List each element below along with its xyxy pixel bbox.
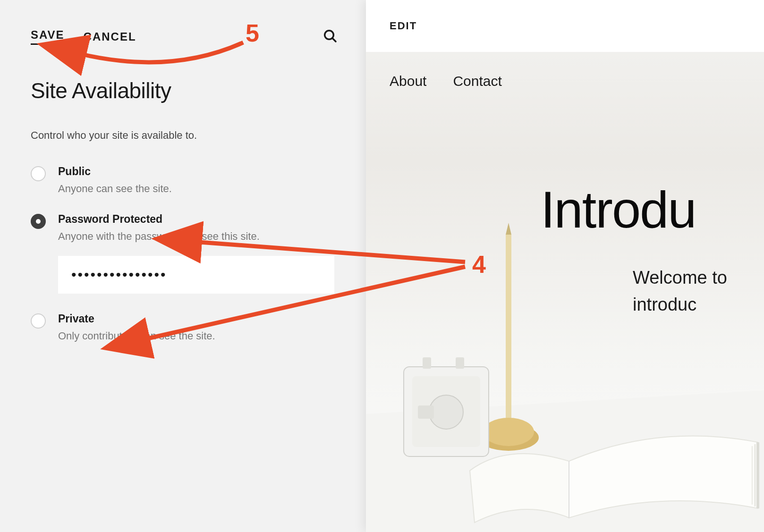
option-desc: Only contributors can see the site.: [58, 330, 338, 342]
search-icon[interactable]: [323, 28, 338, 45]
nav-contact[interactable]: Contact: [453, 73, 501, 89]
hero-title: Introdu: [541, 179, 696, 239]
option-password-protected[interactable]: Password Protected Anyone with the passw…: [31, 213, 338, 243]
option-body: Private Only contributors can see the si…: [58, 312, 338, 342]
settings-panel: SAVE CANCEL Site Availability Control wh…: [0, 0, 366, 532]
cancel-button[interactable]: CANCEL: [84, 30, 136, 43]
panel-actions: SAVE CANCEL: [31, 28, 338, 45]
option-title: Private: [58, 312, 338, 325]
svg-rect-3: [506, 235, 511, 433]
option-body: Password Protected Anyone with the passw…: [58, 213, 338, 243]
edit-button[interactable]: EDIT: [390, 20, 417, 32]
option-title: Password Protected: [58, 213, 338, 226]
option-title: Public: [58, 165, 338, 178]
radio-private[interactable]: [31, 313, 46, 329]
password-input[interactable]: •••••••••••••••: [58, 256, 334, 294]
radio-public[interactable]: [31, 166, 46, 181]
svg-point-9: [429, 395, 463, 429]
svg-point-6: [483, 418, 534, 446]
option-desc: Anyone with the password can see this si…: [58, 230, 338, 243]
page-subtitle: Control who your site is available to.: [31, 129, 338, 142]
option-desc: Anyone can see the site.: [58, 183, 338, 195]
hero-subtitle: Welcome to introduc: [633, 264, 727, 318]
svg-rect-10: [418, 405, 434, 419]
nav-about[interactable]: About: [390, 73, 426, 89]
preview-nav: About Contact: [366, 52, 764, 89]
option-body: Public Anyone can see the site.: [58, 165, 338, 195]
svg-rect-12: [456, 357, 464, 369]
svg-line-1: [332, 38, 336, 42]
hero-sub-line2: introduc: [633, 295, 696, 314]
preview-toolbar: EDIT: [366, 0, 764, 52]
svg-rect-11: [423, 357, 431, 369]
radio-password-protected[interactable]: [31, 214, 46, 229]
hero-sub-line1: Welcome to: [633, 268, 727, 287]
page-title: Site Availability: [31, 78, 338, 103]
option-public[interactable]: Public Anyone can see the site.: [31, 165, 338, 195]
svg-marker-4: [506, 223, 511, 235]
option-private[interactable]: Private Only contributors can see the si…: [31, 312, 338, 342]
save-button[interactable]: SAVE: [31, 28, 65, 45]
site-preview: EDIT About Contact Introdu Welcome to i: [366, 0, 764, 532]
